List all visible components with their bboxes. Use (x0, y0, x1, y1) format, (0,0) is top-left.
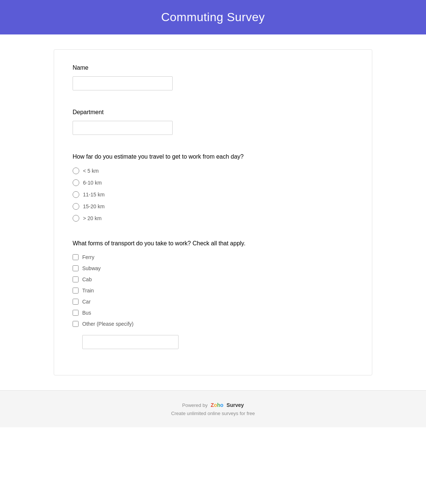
zoho-logo: Zoho (211, 402, 223, 408)
zoho-h-letter: h (217, 402, 220, 408)
distance-radio-lt5[interactable] (73, 168, 79, 174)
list-item[interactable]: > 20 km (73, 215, 353, 222)
distance-radio-11-15[interactable] (73, 191, 79, 198)
distance-label-11-15: 11-15 km (83, 192, 104, 198)
list-item[interactable]: 11-15 km (73, 191, 353, 198)
powered-by-text: Powered by (182, 402, 208, 408)
department-section: Department (73, 109, 353, 135)
main-content: Name Department How far do you estimate … (31, 34, 395, 390)
transport-label-bus: Bus (82, 310, 91, 316)
distance-radio-group: < 5 km 6-10 km 11-15 km 15-20 km > 20 km (73, 168, 353, 222)
list-item[interactable]: Ferry (73, 254, 353, 260)
list-item[interactable]: Bus (73, 310, 353, 316)
transport-checkbox-cab[interactable] (73, 276, 79, 282)
other-specify-input[interactable] (82, 335, 179, 349)
page-header: Commuting Survey (0, 0, 426, 34)
zoho-o1-letter: o (214, 402, 217, 408)
distance-question-label: How far do you estimate you travel to ge… (73, 153, 353, 160)
zoho-o2-letter: o (220, 402, 224, 408)
transport-checkbox-train[interactable] (73, 288, 79, 294)
transport-label-car: Car (82, 299, 91, 305)
transport-label-other: Other (Please specify) (82, 321, 134, 327)
transport-label-subway: Subway (82, 265, 101, 271)
distance-radio-6-10[interactable] (73, 179, 79, 186)
distance-label-lt5: < 5 km (83, 168, 99, 174)
page-footer: Powered by Zoho Survey Create unlimited … (0, 390, 426, 427)
distance-section: How far do you estimate you travel to ge… (73, 153, 353, 222)
list-item[interactable]: Train (73, 288, 353, 294)
name-input[interactable] (73, 76, 173, 90)
transport-question-label: What forms of transport do you take to w… (73, 240, 353, 247)
distance-label-gt20: > 20 km (83, 215, 101, 221)
transport-checkbox-bus[interactable] (73, 310, 79, 316)
list-item[interactable]: Other (Please specify) (73, 321, 353, 327)
transport-checkbox-group: Ferry Subway Cab Train Car (73, 254, 353, 349)
transport-section: What forms of transport do you take to w… (73, 240, 353, 349)
list-item[interactable]: 15-20 km (73, 203, 353, 210)
department-label: Department (73, 109, 353, 116)
transport-checkbox-ferry[interactable] (73, 254, 79, 260)
distance-label-15-20: 15-20 km (83, 203, 104, 209)
footer-subtitle: Create unlimited online surveys for free (0, 411, 426, 416)
name-section: Name (73, 64, 353, 90)
transport-checkbox-other[interactable] (73, 321, 79, 327)
transport-checkbox-subway[interactable] (73, 265, 79, 271)
list-item[interactable]: 6-10 km (73, 179, 353, 186)
distance-radio-15-20[interactable] (73, 203, 79, 210)
transport-label-cab: Cab (82, 276, 92, 282)
list-item[interactable]: Car (73, 299, 353, 305)
distance-label-6-10: 6-10 km (83, 180, 102, 186)
transport-checkbox-car[interactable] (73, 299, 79, 305)
footer-survey-label: Survey (227, 402, 244, 408)
transport-label-train: Train (82, 288, 94, 294)
transport-label-ferry: Ferry (82, 254, 94, 260)
footer-brand: Powered by Zoho Survey (0, 402, 426, 408)
list-item[interactable]: Cab (73, 276, 353, 282)
name-label: Name (73, 64, 353, 71)
form-card: Name Department How far do you estimate … (54, 49, 372, 375)
distance-radio-gt20[interactable] (73, 215, 79, 222)
list-item[interactable]: Subway (73, 265, 353, 271)
department-input[interactable] (73, 121, 173, 135)
list-item[interactable]: < 5 km (73, 168, 353, 174)
page-title: Commuting Survey (0, 10, 426, 24)
